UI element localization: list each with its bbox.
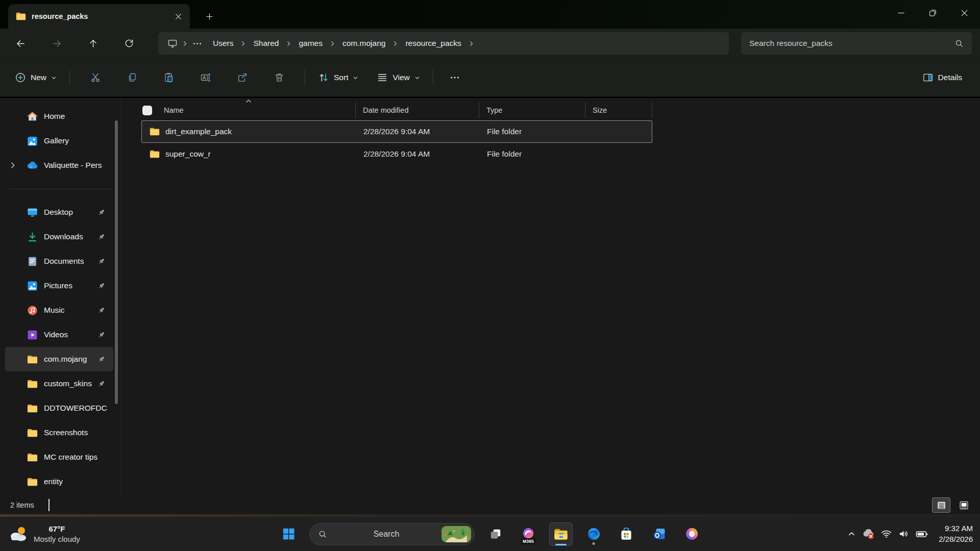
sidebar-item[interactable]: com.mojang [5, 347, 113, 371]
file-row[interactable]: dirt_example_pack 2/28/2026 9:04 AM File… [141, 120, 652, 143]
delete-button[interactable] [268, 66, 290, 89]
large-icons-view-toggle[interactable] [954, 497, 973, 513]
cut-button[interactable] [84, 66, 107, 89]
downloads-icon [27, 231, 38, 243]
videos-icon [27, 329, 38, 341]
breadcrumb-segment[interactable]: games [292, 35, 329, 52]
breadcrumb-segment[interactable]: Users [206, 35, 240, 52]
sidebar-item[interactable]: Desktop [5, 200, 113, 224]
details-button-label: Details [938, 73, 962, 82]
chevron-right-icon[interactable] [240, 41, 247, 46]
sidebar-item[interactable]: MC creator tips [5, 445, 113, 469]
sidebar-item-label: Valiquette - Pers [44, 161, 113, 170]
breadcrumb-segment[interactable]: Shared [247, 35, 285, 52]
close-button[interactable] [948, 0, 980, 26]
file-explorer-app-icon[interactable] [549, 522, 573, 546]
clock[interactable]: 9:32 AM 2/28/2026 [939, 523, 973, 544]
chevron-right-icon[interactable] [285, 41, 292, 46]
folder-icon [27, 403, 38, 414]
copilot-app-icon[interactable] [680, 522, 703, 546]
new-tab-button[interactable] [200, 8, 218, 25]
sort-ascending-icon [241, 99, 256, 103]
pin-icon [97, 224, 105, 249]
sidebar-item[interactable]: Screenshots [5, 420, 113, 445]
edge-app-icon[interactable] [582, 522, 605, 546]
maximize-restore-button[interactable] [917, 0, 948, 26]
weather-widget[interactable]: 67°F Mostly cloudy [3, 517, 85, 551]
chevron-right-icon[interactable] [468, 41, 475, 46]
desktop-icon [27, 207, 38, 218]
m365-badge: M365 [521, 538, 535, 544]
back-button[interactable] [9, 33, 32, 54]
copy-button[interactable] [121, 66, 143, 89]
clock-time: 9:32 AM [939, 523, 973, 534]
chevron-right-icon[interactable] [9, 153, 16, 178]
sidebar-item[interactable]: entity [5, 469, 113, 494]
sidebar-item[interactable]: Documents [5, 249, 113, 273]
search-icon[interactable] [954, 39, 964, 48]
search-highlight-image[interactable] [440, 525, 472, 543]
file-date-modified: 2/28/2026 9:04 AM [356, 127, 480, 136]
battery-icon[interactable] [912, 524, 932, 544]
refresh-button[interactable] [118, 33, 140, 54]
details-pane-button[interactable]: Details [917, 66, 968, 89]
explorer-tab[interactable]: resource_packs [8, 4, 190, 29]
new-button[interactable]: New [9, 66, 62, 89]
breadcrumb-segment[interactable]: com.mojang [336, 35, 392, 52]
sidebar-item[interactable]: DDTOWEROFDC [5, 396, 113, 420]
select-all-checkbox[interactable] [142, 106, 152, 115]
sort-button[interactable]: Sort [312, 66, 364, 89]
volume-icon[interactable] [895, 524, 912, 544]
sidebar-item[interactable]: custom_skins [5, 371, 113, 396]
sidebar-item[interactable]: Home [5, 104, 113, 129]
view-button[interactable]: View [371, 66, 425, 89]
sidebar-item[interactable]: Pictures [5, 273, 113, 298]
column-header-name[interactable]: Name [160, 103, 356, 118]
sidebar-item-label: MC creator tips [44, 453, 113, 462]
breadcrumb[interactable]: Users Shared games com.mojang [158, 32, 729, 55]
sidebar-item[interactable]: Videos [5, 322, 113, 347]
column-header-size[interactable]: Size [585, 103, 652, 118]
more-options-button[interactable] [444, 66, 466, 89]
sidebar-item[interactable]: Downloads [5, 224, 113, 249]
pin-icon [97, 273, 105, 298]
wifi-icon[interactable] [877, 524, 895, 544]
forward-button[interactable] [45, 33, 68, 54]
minimize-button[interactable] [885, 0, 917, 26]
file-type: File folder [480, 127, 586, 136]
taskbar-search-box[interactable]: Search [309, 523, 475, 545]
details-view-toggle[interactable] [932, 497, 950, 513]
m365-copilot-app-icon[interactable]: M365 [517, 522, 540, 546]
share-button[interactable] [231, 66, 254, 89]
command-toolbar: New Sort View [0, 58, 980, 97]
microsoft-store-app-icon[interactable] [615, 522, 638, 546]
outlook-app-icon[interactable] [647, 522, 671, 546]
rename-button[interactable] [194, 66, 217, 89]
pin-icon [97, 322, 105, 347]
paste-button[interactable] [158, 66, 180, 89]
sidebar-scrollbar[interactable] [115, 120, 118, 404]
toolbar-separator [433, 70, 433, 85]
documents-icon [27, 256, 38, 267]
this-pc-icon[interactable] [163, 35, 182, 52]
search-box[interactable]: Search resource_packs [741, 32, 972, 55]
onedrive-error-tray-icon[interactable] [859, 524, 877, 544]
column-header-type[interactable]: Type [479, 103, 585, 118]
taskbar-search-label: Search [332, 530, 440, 539]
breadcrumb-overflow-button[interactable] [188, 35, 206, 52]
sidebar-item[interactable]: Gallery [5, 129, 113, 153]
column-header-date-modified[interactable]: Date modified [356, 103, 479, 118]
file-row[interactable]: super_cow_r 2/28/2026 9:04 AM File folde… [141, 143, 652, 165]
chevron-right-icon[interactable] [392, 41, 399, 46]
pin-icon [97, 347, 105, 371]
tab-close-button[interactable] [170, 9, 186, 24]
sidebar-item[interactable]: Music [5, 298, 113, 322]
start-button[interactable] [277, 522, 300, 546]
task-view-button[interactable] [484, 522, 507, 546]
hidden-icons-chevron[interactable] [844, 524, 859, 544]
chevron-right-icon[interactable] [329, 41, 336, 46]
sidebar-item[interactable]: Valiquette - Pers [5, 153, 113, 178]
breadcrumb-segment[interactable]: resource_packs [399, 35, 468, 52]
clock-date: 2/28/2026 [939, 534, 973, 544]
up-button[interactable] [82, 33, 104, 54]
